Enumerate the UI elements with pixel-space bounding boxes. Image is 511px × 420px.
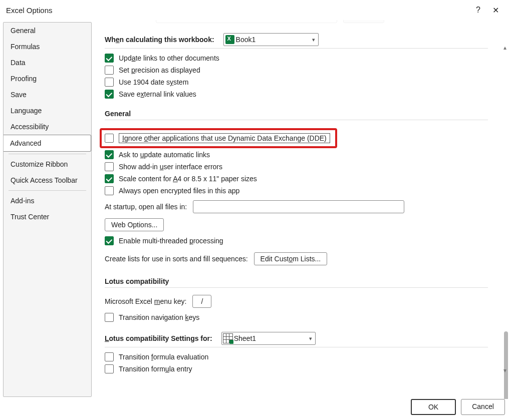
menu-key-label: Microsoft Excel menu key: xyxy=(105,297,186,305)
workbook-select[interactable]: Book1 ▾ xyxy=(223,33,319,46)
cancel-button[interactable]: Cancel xyxy=(461,399,505,415)
calc-label: Set precision as displayed xyxy=(119,66,200,74)
clipped-row-above xyxy=(105,20,488,24)
sidebar-item-data[interactable]: Data xyxy=(4,55,91,71)
excel-icon xyxy=(225,35,235,45)
sidebar-item-advanced[interactable]: Advanced xyxy=(3,135,91,152)
create-lists-label: Create lists for use in sorts and fill s… xyxy=(105,255,248,263)
sidebar-item-language[interactable]: Language xyxy=(4,103,91,119)
general-checkbox[interactable] xyxy=(105,162,114,171)
category-sidebar: GeneralFormulasDataProofingSaveLanguageA… xyxy=(3,22,92,397)
lotus-for-checkbox[interactable] xyxy=(105,364,114,373)
general-option: Ask to update automatic links xyxy=(105,150,488,159)
general-option: Show add-in user interface errors xyxy=(105,162,488,171)
web-options-button[interactable]: Web Options... xyxy=(105,218,164,231)
calc-checkbox[interactable] xyxy=(105,78,114,87)
sidebar-item-trust-center[interactable]: Trust Center xyxy=(4,209,91,225)
dialog-footer: OK Cancel xyxy=(411,399,505,415)
calc-option: Update links to other documents xyxy=(105,54,488,63)
sidebar-item-accessibility[interactable]: Accessibility xyxy=(4,119,91,135)
sidebar-item-quick-access-toolbar[interactable]: Quick Access Toolbar xyxy=(4,172,91,188)
calc-label: Use 1904 date system xyxy=(119,78,188,86)
scroll-thumb[interactable] xyxy=(504,331,508,399)
general-label: Always open encrypted files in this app xyxy=(119,187,239,195)
section-label: When calculating this workbook: xyxy=(105,36,214,44)
general-checkbox[interactable] xyxy=(105,174,114,183)
general-option: Scale content for A4 or 8.5 x 11" paper … xyxy=(105,174,488,183)
highlighted-dde-option: Ignore other applications that use Dynam… xyxy=(100,128,337,148)
calc-option: Save external link values xyxy=(105,90,488,99)
general-label: Scale content for A4 or 8.5 x 11" paper … xyxy=(119,175,257,183)
section-lotus: Lotus compatibility xyxy=(105,277,488,288)
lotus-for-option: Transition formula entry xyxy=(105,364,488,373)
sheet-icon xyxy=(223,333,233,343)
calc-option: Set precision as displayed xyxy=(105,66,488,75)
calc-checkbox[interactable] xyxy=(105,54,114,63)
section-when-calculating: When calculating this workbook: Book1 ▾ xyxy=(105,33,488,49)
sidebar-item-add-ins[interactable]: Add-ins xyxy=(4,193,91,209)
dde-checkbox[interactable] xyxy=(105,134,114,143)
chevron-down-icon: ▾ xyxy=(309,37,318,43)
edit-custom-lists-button[interactable]: Edit Custom Lists... xyxy=(254,252,328,265)
section-general: General xyxy=(105,110,488,120)
dialog-title: Excel Options xyxy=(6,6,53,15)
general-label: Show add-in user interface errors xyxy=(119,163,222,171)
scroll-down-icon[interactable]: ▾ xyxy=(502,367,508,373)
multithread-checkbox[interactable] xyxy=(105,236,114,245)
chevron-down-icon: ▾ xyxy=(306,335,315,342)
sheet-select[interactable]: Sheet1 ▾ xyxy=(221,332,316,345)
lotus-for-checkbox[interactable] xyxy=(105,352,114,361)
sidebar-item-general[interactable]: General xyxy=(4,23,91,39)
sidebar-item-customize-ribbon[interactable]: Customize Ribbon xyxy=(4,156,91,172)
help-icon[interactable]: ? xyxy=(470,4,486,17)
sheet-name: Sheet1 xyxy=(234,334,259,342)
calc-option: Use 1904 date system xyxy=(105,78,488,87)
dde-label: Ignore other applications that use Dynam… xyxy=(119,133,330,143)
menu-key-input[interactable]: / xyxy=(192,295,211,308)
nav-keys-checkbox[interactable] xyxy=(105,313,114,322)
multithread-label: Enable multi-threaded processing xyxy=(119,237,223,245)
lotus-for-label: Transition formula entry xyxy=(119,365,192,373)
startup-path-input[interactable] xyxy=(193,200,404,213)
close-icon[interactable]: ✕ xyxy=(486,4,505,17)
workbook-name: Book1 xyxy=(236,36,259,44)
calc-checkbox[interactable] xyxy=(105,66,114,75)
general-checkbox[interactable] xyxy=(105,150,114,159)
calc-checkbox[interactable] xyxy=(105,90,114,99)
ok-button[interactable]: OK xyxy=(411,399,456,415)
nav-keys-label: Transition navigation keys xyxy=(119,313,199,321)
sidebar-item-formulas[interactable]: Formulas xyxy=(4,39,91,55)
sidebar-item-save[interactable]: Save xyxy=(4,87,91,103)
vertical-scrollbar[interactable]: ▴ ▾ xyxy=(501,44,509,373)
sidebar-item-proofing[interactable]: Proofing xyxy=(4,71,91,87)
calc-label: Update links to other documents xyxy=(119,54,219,62)
general-option: Always open encrypted files in this app xyxy=(105,186,488,195)
titlebar: Excel Options ? ✕ xyxy=(0,0,511,20)
lotus-for-label: Transition formula evaluation xyxy=(119,353,208,361)
startup-label: At startup, open all files in: xyxy=(105,203,187,211)
section-lotus-for: Lotus compatibility Settings for: Sheet1… xyxy=(105,332,488,347)
general-checkbox[interactable] xyxy=(105,186,114,195)
lotus-for-option: Transition formula evaluation xyxy=(105,352,488,361)
general-label: Ask to update automatic links xyxy=(119,151,210,159)
calc-label: Save external link values xyxy=(119,90,196,98)
scroll-up-icon[interactable]: ▴ xyxy=(502,44,508,50)
